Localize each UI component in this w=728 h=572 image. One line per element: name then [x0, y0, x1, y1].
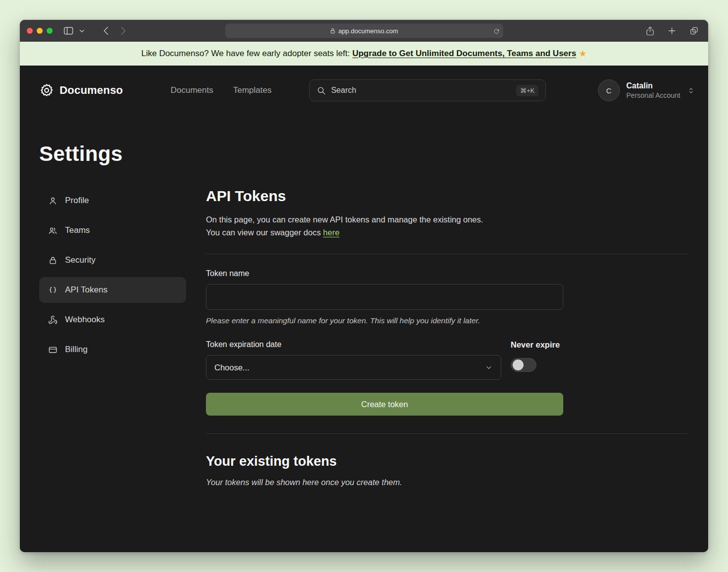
documenso-app: Documenso Documents Templates ⌘+K C — [20, 66, 708, 552]
existing-tokens-empty-text: Your tokens will be shown here once you … — [206, 478, 687, 487]
credit-card-icon — [48, 345, 58, 355]
users-icon — [48, 226, 58, 235]
nav-documents[interactable]: Documents — [171, 85, 213, 95]
banner-upgrade-link[interactable]: Upgrade to Get Unlimited Documents, Team… — [352, 49, 576, 59]
account-menu[interactable]: C Catalin Personal Account — [598, 79, 695, 101]
chevron-down-icon — [485, 363, 493, 371]
search-input[interactable] — [331, 86, 511, 95]
search-icon — [317, 86, 326, 95]
search-shortcut-badge: ⌘+K — [516, 85, 538, 96]
divider — [206, 433, 687, 434]
promo-banner: Like Documenso? We have few early adopte… — [20, 42, 708, 66]
existing-tokens-heading: Your existing tokens — [206, 454, 687, 469]
minimize-window-button[interactable] — [37, 28, 43, 34]
share-icon[interactable] — [643, 24, 657, 38]
forward-button[interactable] — [118, 24, 129, 38]
token-name-hint: Please enter a meaningful name for your … — [206, 316, 563, 325]
settings-nav: Profile Teams Security — [39, 188, 186, 552]
braces-icon — [48, 286, 58, 295]
url-text: app.documenso.com — [338, 27, 398, 35]
search-box[interactable]: ⌘+K — [309, 79, 546, 101]
sidebar-item-label: Security — [65, 255, 95, 265]
account-text: Catalin Personal Account — [626, 81, 680, 99]
back-button[interactable] — [100, 24, 112, 38]
expiration-selected-value: Choose... — [214, 363, 250, 372]
browser-window: app.documenso.com Like Documenso? We hav — [20, 20, 708, 552]
banner-text: Like Documenso? We have few early adopte… — [141, 49, 350, 59]
token-name-label: Token name — [206, 269, 563, 278]
swagger-docs-link[interactable]: here — [323, 228, 339, 237]
sidebar-item-teams[interactable]: Teams — [39, 217, 186, 243]
lock-icon — [48, 256, 58, 265]
sidebar-item-label: API Tokens — [65, 285, 108, 295]
expiration-select[interactable]: Choose... — [206, 355, 501, 380]
sidebar-item-api-tokens[interactable]: API Tokens — [39, 277, 186, 303]
page-title: Settings — [39, 142, 708, 166]
star-icon: ★ — [579, 48, 587, 59]
brand[interactable]: Documenso — [39, 83, 123, 98]
create-token-button[interactable]: Create token — [206, 393, 563, 416]
token-name-input[interactable] — [206, 284, 563, 310]
never-expire-label: Never expire — [511, 340, 560, 350]
avatar: C — [598, 79, 620, 101]
app-header: Documenso Documents Templates ⌘+K C — [20, 66, 708, 115]
expiration-label: Token expiration date — [206, 340, 501, 349]
sidebar-toggle-icon[interactable] — [61, 24, 76, 38]
section-description: On this page, you can create new API tok… — [206, 214, 687, 239]
api-tokens-panel: API Tokens On this page, you can create … — [206, 188, 687, 552]
sidebar-item-security[interactable]: Security — [39, 247, 186, 273]
toggle-knob — [513, 359, 524, 370]
documenso-logo-icon — [39, 83, 54, 98]
new-tab-icon[interactable] — [665, 24, 679, 38]
sidebar-item-label: Teams — [65, 225, 90, 235]
nav-templates[interactable]: Templates — [233, 85, 271, 95]
user-icon — [48, 196, 58, 206]
webhook-icon — [48, 315, 58, 325]
account-type: Personal Account — [626, 91, 680, 99]
top-nav: Documents Templates — [171, 85, 271, 95]
sidebar-item-label: Profile — [65, 196, 89, 206]
never-expire-toggle[interactable] — [511, 358, 536, 372]
close-window-button[interactable] — [27, 28, 33, 34]
sidebar-item-label: Billing — [65, 345, 87, 355]
traffic-lights — [27, 28, 53, 34]
tab-overview-icon[interactable] — [687, 24, 701, 38]
lock-icon — [330, 28, 335, 34]
sidebar-item-billing[interactable]: Billing — [39, 337, 186, 362]
divider — [206, 254, 687, 254]
section-heading: API Tokens — [206, 188, 687, 205]
browser-toolbar: app.documenso.com — [20, 20, 708, 42]
create-token-form: Token name Please enter a meaningful nam… — [206, 269, 563, 416]
brand-name: Documenso — [60, 84, 123, 97]
sidebar-chevron-down-icon[interactable] — [76, 24, 87, 38]
address-bar[interactable]: app.documenso.com — [225, 24, 503, 38]
account-name: Catalin — [626, 81, 680, 90]
sidebar-item-label: Webhooks — [65, 315, 105, 325]
zoom-window-button[interactable] — [47, 28, 53, 34]
chevrons-up-down-icon — [687, 86, 695, 95]
reload-icon[interactable] — [493, 28, 500, 34]
existing-tokens-section: Your existing tokens Your tokens will be… — [206, 454, 687, 487]
desktop-background: app.documenso.com Like Documenso? We hav — [0, 0, 728, 572]
sidebar-item-webhooks[interactable]: Webhooks — [39, 307, 186, 333]
sidebar-item-profile[interactable]: Profile — [39, 188, 186, 214]
